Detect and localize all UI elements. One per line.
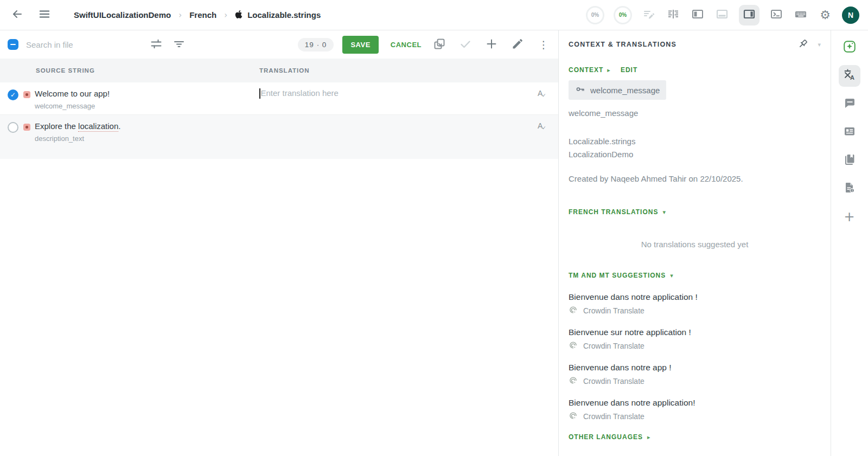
pin-panel-button[interactable] bbox=[796, 37, 810, 52]
source-string-text: Explore the localization. bbox=[35, 120, 259, 132]
suggestion-text[interactable]: Bienvenue dans notre app ! bbox=[569, 363, 821, 372]
translate-icon: A bbox=[843, 68, 856, 84]
back-button[interactable] bbox=[10, 8, 25, 23]
string-key-chip[interactable]: welcome_message bbox=[569, 80, 666, 100]
source-progress-value: 0% bbox=[591, 12, 599, 18]
plus-icon bbox=[485, 37, 498, 52]
untranslated-status-icon bbox=[23, 124, 30, 131]
spellcheck-underline: localization bbox=[78, 121, 118, 132]
suggestion-item[interactable]: Bienvenue dans notre application! Crowdi… bbox=[569, 398, 821, 421]
save-button[interactable]: SAVE bbox=[342, 36, 378, 54]
side-by-side-icon bbox=[667, 8, 680, 22]
approve-button[interactable] bbox=[458, 37, 473, 52]
select-all-checkbox[interactable] bbox=[8, 39, 18, 50]
source-cell: Explore the localization. description_te… bbox=[35, 120, 259, 143]
suggestion-item[interactable]: Bienvenue dans notre application ! Crowd… bbox=[569, 292, 821, 316]
filter-button[interactable] bbox=[172, 37, 186, 52]
translated-progress-ring[interactable]: 0% bbox=[614, 6, 632, 24]
crowdin-translate-icon bbox=[569, 306, 578, 316]
menu-button[interactable] bbox=[37, 8, 52, 23]
translation-input[interactable]: Enter translation here bbox=[259, 88, 527, 110]
suggestion-text[interactable]: Bienvenue dans notre application ! bbox=[569, 292, 821, 302]
suggestion-source-label: Crowdin Translate bbox=[583, 342, 644, 350]
string-details-tab-button[interactable] bbox=[839, 121, 860, 143]
suggestion-text[interactable]: Bienvenue sur notre application ! bbox=[569, 327, 821, 337]
avatar[interactable]: N bbox=[842, 7, 859, 24]
french-translations-section-header[interactable]: FRENCH TRANSLATIONS ▾ bbox=[569, 208, 821, 216]
string-row[interactable]: ✓ Welcome to our app! welcome_message En… bbox=[0, 82, 558, 115]
pencil-icon bbox=[511, 37, 524, 52]
strings-counter-badge: 19 · 0 bbox=[298, 38, 334, 52]
right-rail: A + bbox=[831, 30, 867, 456]
left-panel-view-button[interactable] bbox=[690, 8, 705, 23]
console-button[interactable] bbox=[769, 8, 784, 23]
translation-input[interactable] bbox=[259, 120, 527, 143]
topbar-actions: 0% 0% bbox=[586, 5, 859, 25]
hamburger-icon bbox=[38, 8, 51, 22]
breadcrumb-separator-icon: › bbox=[178, 10, 182, 20]
right-panel-icon bbox=[743, 8, 756, 22]
panel-collapse-caret-icon[interactable]: ▾ bbox=[818, 41, 821, 48]
caret-right-icon: ▸ bbox=[647, 434, 650, 441]
left-panel-icon bbox=[691, 8, 704, 22]
cancel-button[interactable]: CANCEL bbox=[387, 36, 425, 53]
panel-header: CONTEXT & TRANSLATIONS ▾ bbox=[569, 30, 821, 59]
key-chip-label: welcome_message bbox=[590, 86, 660, 95]
right-panel-view-button[interactable] bbox=[739, 5, 760, 25]
side-by-side-view-button[interactable] bbox=[666, 8, 681, 23]
source-cell: Welcome to our app! welcome_message bbox=[35, 88, 259, 110]
keyboard-shortcuts-button[interactable] bbox=[793, 8, 808, 23]
key-icon bbox=[575, 84, 585, 96]
unsaved-changes-button[interactable] bbox=[641, 8, 656, 23]
bottom-panel-view-button[interactable] bbox=[714, 8, 730, 23]
suggestion-text[interactable]: Bienvenue dans notre application! bbox=[569, 398, 821, 408]
settings-button[interactable]: ⚙ bbox=[818, 8, 833, 23]
translate-status-icon[interactable]: A ✓ bbox=[538, 121, 548, 143]
table-header: SOURCE STRING TRANSLATION bbox=[0, 59, 558, 82]
advanced-filter-button[interactable] bbox=[149, 37, 163, 52]
keyboard-icon bbox=[794, 8, 808, 22]
tune-icon bbox=[150, 37, 163, 52]
key-text: welcome_message bbox=[569, 108, 821, 118]
string-row[interactable]: Explore the localization. description_te… bbox=[0, 115, 558, 159]
crowdin-translate-icon bbox=[569, 376, 578, 386]
row-checkbox[interactable]: ✓ bbox=[8, 89, 18, 100]
translations-tab-button[interactable]: A bbox=[839, 65, 860, 87]
created-info: Created by Naqeeb Ahmed Tahir on 22/10/2… bbox=[569, 174, 821, 183]
ai-assistant-button[interactable] bbox=[839, 37, 860, 59]
copy-source-button[interactable] bbox=[432, 37, 446, 52]
check-icon bbox=[459, 37, 472, 52]
breadcrumb-project[interactable]: SwiftUILocalizationDemo bbox=[74, 10, 171, 20]
editor-toolbar: 19 · 0 SAVE CANCEL bbox=[0, 30, 558, 59]
translation-placeholder: Enter translation here bbox=[261, 88, 339, 98]
file-info-icon bbox=[843, 181, 856, 196]
tm-mt-section-header[interactable]: TM AND MT SUGGESTIONS ▾ bbox=[569, 272, 821, 279]
add-string-button[interactable] bbox=[484, 37, 499, 52]
suggestion-item[interactable]: Bienvenue sur notre application ! Crowdi… bbox=[569, 327, 821, 351]
source-progress-ring[interactable]: 0% bbox=[586, 6, 604, 24]
comments-tab-button[interactable] bbox=[839, 93, 860, 115]
search-input[interactable] bbox=[26, 40, 143, 49]
other-languages-label: OTHER LANGUAGES bbox=[569, 433, 643, 441]
context-panel: CONTEXT & TRANSLATIONS ▾ CONTEXT ▸ EDIT … bbox=[559, 30, 831, 456]
string-key: welcome_message bbox=[35, 102, 259, 110]
more-menu-button[interactable]: ⋮ bbox=[537, 37, 551, 52]
breadcrumb-file[interactable]: Localizable.strings bbox=[235, 10, 321, 21]
context-link[interactable]: CONTEXT bbox=[569, 66, 603, 74]
suggestion-item[interactable]: Bienvenue dans notre app ! Crowdin Trans… bbox=[569, 363, 821, 386]
breadcrumb-separator-icon: › bbox=[224, 10, 227, 20]
french-translations-label: FRENCH TRANSLATIONS bbox=[569, 208, 658, 216]
file-context-tab-button[interactable] bbox=[839, 178, 860, 200]
edit-string-button[interactable] bbox=[510, 37, 525, 52]
small-check-glyph: ✓ bbox=[542, 125, 546, 131]
caret-down-icon: ▾ bbox=[670, 272, 673, 279]
editor-pane: 19 · 0 SAVE CANCEL bbox=[0, 30, 559, 456]
glossary-tab-button[interactable] bbox=[839, 150, 860, 171]
edit-context-link[interactable]: EDIT bbox=[621, 66, 637, 74]
breadcrumb-language[interactable]: French bbox=[189, 10, 216, 20]
row-checkbox[interactable] bbox=[8, 122, 18, 133]
other-languages-section-header[interactable]: OTHER LANGUAGES ▸ bbox=[569, 433, 821, 441]
translate-status-icon[interactable]: A ✓ bbox=[538, 89, 548, 110]
add-panel-button[interactable]: + bbox=[839, 206, 860, 228]
avatar-initial: N bbox=[848, 11, 853, 20]
